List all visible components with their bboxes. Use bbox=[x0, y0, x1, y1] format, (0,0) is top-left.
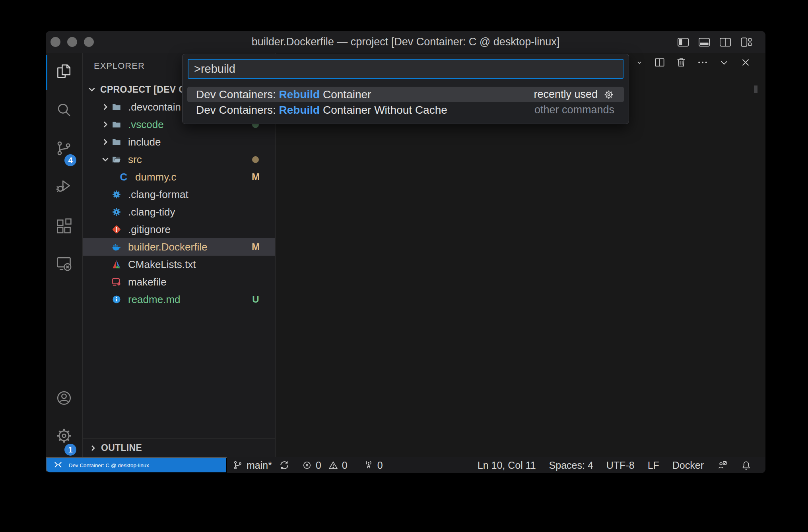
toggle-panel-icon[interactable] bbox=[698, 37, 710, 48]
radio-tower-icon bbox=[363, 460, 374, 470]
result-label: Dev Containers: Rebuild Container bbox=[196, 88, 371, 101]
sidebar-item-search[interactable] bbox=[46, 92, 82, 128]
command-palette-input[interactable]: >rebuild bbox=[188, 59, 623, 79]
remote-indicator[interactable]: Dev Container: C @ desktop-linux bbox=[46, 457, 227, 473]
tree-item-include[interactable]: include bbox=[83, 133, 275, 151]
chevron-expanded-icon bbox=[100, 154, 111, 165]
palette-result-rebuild-container[interactable]: Dev Containers: Rebuild Container recent… bbox=[187, 87, 624, 102]
split-terminal-icon[interactable] bbox=[654, 56, 666, 68]
tree-item-label: readme.md bbox=[128, 293, 181, 306]
files-icon bbox=[55, 62, 73, 80]
tree-item-label: CMakeLists.txt bbox=[128, 258, 196, 271]
sidebar-item-explorer[interactable] bbox=[46, 53, 82, 89]
blue-gear-icon bbox=[111, 207, 122, 217]
tree-item-dummy-c[interactable]: C dummy.c M bbox=[83, 168, 275, 186]
remote-explorer-icon bbox=[55, 254, 73, 272]
close-window-button[interactable] bbox=[50, 37, 60, 47]
outline-label: OUTLINE bbox=[101, 443, 142, 453]
makefile-icon bbox=[111, 277, 122, 287]
desktop-background: builder.Dockerfile — cproject [Dev Conta… bbox=[0, 0, 808, 532]
tree-item-clang-format[interactable]: .clang-format bbox=[83, 186, 275, 203]
remote-label: Dev Container: C @ desktop-linux bbox=[69, 462, 149, 468]
docker-whale-icon bbox=[111, 242, 122, 252]
cmake-icon bbox=[111, 259, 122, 270]
source-control-badge: 4 bbox=[64, 154, 76, 166]
gear-icon bbox=[55, 427, 73, 445]
git-status-badge: M bbox=[250, 171, 262, 183]
sync-icon bbox=[279, 460, 290, 471]
tree-item-label: .vscode bbox=[128, 118, 164, 131]
result-meta: recently used bbox=[534, 88, 598, 101]
errors-icon bbox=[302, 460, 312, 470]
cursor-position-item[interactable]: Ln 10, Col 11 bbox=[478, 460, 536, 471]
palette-result-rebuild-without-cache[interactable]: Dev Containers: Rebuild Container Withou… bbox=[187, 102, 624, 118]
blue-gear-icon bbox=[111, 189, 122, 200]
folder-icon bbox=[111, 119, 122, 130]
git-status-badge: U bbox=[250, 294, 262, 305]
tree-item-label: include bbox=[128, 136, 161, 148]
sidebar-item-run-debug[interactable] bbox=[46, 167, 82, 204]
result-meta: other commands bbox=[534, 104, 614, 116]
indentation-item[interactable]: Spaces: 4 bbox=[549, 460, 593, 471]
feedback-icon[interactable] bbox=[717, 460, 728, 471]
sidebar-item-extensions[interactable] bbox=[46, 208, 82, 245]
status-bar: Dev Container: C @ desktop-linux main* 0… bbox=[46, 457, 765, 473]
sidebar-item-source-control[interactable]: 4 bbox=[46, 130, 82, 167]
tree-item-builder-dockerfile[interactable]: builder.Dockerfile M bbox=[83, 238, 275, 256]
minimize-window-button[interactable] bbox=[67, 37, 77, 47]
command-palette: >rebuild Dev Containers: Rebuild Contain… bbox=[182, 54, 629, 124]
close-panel-icon[interactable] bbox=[740, 56, 752, 68]
git-modified-dot bbox=[252, 156, 259, 163]
tree-item-readme[interactable]: readme.md U bbox=[83, 291, 275, 308]
search-icon bbox=[55, 101, 73, 119]
configure-keybinding-gear-icon[interactable] bbox=[603, 89, 614, 100]
window-controls bbox=[50, 31, 94, 53]
language-mode-item[interactable]: Docker bbox=[672, 460, 704, 471]
status-right-items: Ln 10, Col 11 Spaces: 4 UTF-8 LF Docker bbox=[478, 460, 765, 471]
encoding-item[interactable]: UTF-8 bbox=[606, 460, 635, 471]
branch-status-item[interactable]: main* bbox=[233, 460, 290, 471]
ports-status-item[interactable]: 0 bbox=[363, 460, 383, 471]
notifications-bell-icon[interactable] bbox=[741, 460, 752, 471]
outline-section-header[interactable]: OUTLINE bbox=[83, 438, 275, 457]
warnings-icon bbox=[328, 460, 338, 470]
toggle-secondary-sidebar-icon[interactable] bbox=[719, 37, 731, 48]
extensions-icon bbox=[55, 217, 73, 235]
customize-layout-icon[interactable] bbox=[740, 37, 752, 48]
ports-count: 0 bbox=[377, 460, 383, 471]
info-icon bbox=[111, 294, 122, 305]
zoom-window-button[interactable] bbox=[84, 37, 94, 47]
tree-item-cmakelists[interactable]: CMakeLists.txt bbox=[83, 256, 275, 273]
more-actions-icon[interactable] bbox=[697, 56, 709, 68]
command-query: >rebuild bbox=[194, 62, 235, 76]
git-branch-icon bbox=[233, 460, 243, 470]
accounts-button[interactable] bbox=[46, 380, 82, 416]
remote-icon bbox=[52, 460, 64, 471]
problems-status-item[interactable]: 0 0 bbox=[302, 460, 348, 471]
panel-toolbar bbox=[619, 56, 752, 68]
sidebar-item-remote-explorer[interactable] bbox=[46, 245, 82, 282]
result-label: Dev Containers: Rebuild Container Withou… bbox=[196, 104, 447, 116]
tree-item-gitignore[interactable]: .gitignore bbox=[83, 221, 275, 238]
git-status-badge: M bbox=[250, 241, 262, 252]
activity-bar: 4 bbox=[46, 53, 83, 457]
kill-terminal-trash-icon[interactable] bbox=[675, 56, 687, 68]
folder-icon bbox=[111, 137, 122, 147]
eol-item[interactable]: LF bbox=[648, 460, 659, 471]
terminal-dropdown-chevron-icon[interactable] bbox=[635, 58, 644, 67]
tree-item-clang-tidy[interactable]: .clang-tidy bbox=[83, 203, 275, 221]
window-title: builder.Dockerfile — cproject [Dev Conta… bbox=[145, 31, 666, 53]
match-highlight: Rebuild bbox=[279, 104, 320, 116]
scrollbar-thumb[interactable] bbox=[754, 85, 758, 93]
hide-panel-chevron-icon[interactable] bbox=[718, 56, 730, 68]
tree-item-label: src bbox=[128, 153, 142, 166]
run-debug-icon bbox=[55, 177, 73, 194]
tree-item-label: .clang-tidy bbox=[128, 206, 175, 218]
tree-item-makefile[interactable]: makefile bbox=[83, 273, 275, 291]
settings-badge: 1 bbox=[64, 444, 76, 456]
tree-item-src[interactable]: src bbox=[83, 151, 275, 168]
status-left-items: main* 0 0 0 bbox=[227, 460, 383, 471]
account-icon bbox=[55, 389, 73, 407]
toggle-primary-sidebar-icon[interactable] bbox=[677, 37, 689, 48]
settings-button[interactable]: 1 bbox=[46, 417, 82, 454]
